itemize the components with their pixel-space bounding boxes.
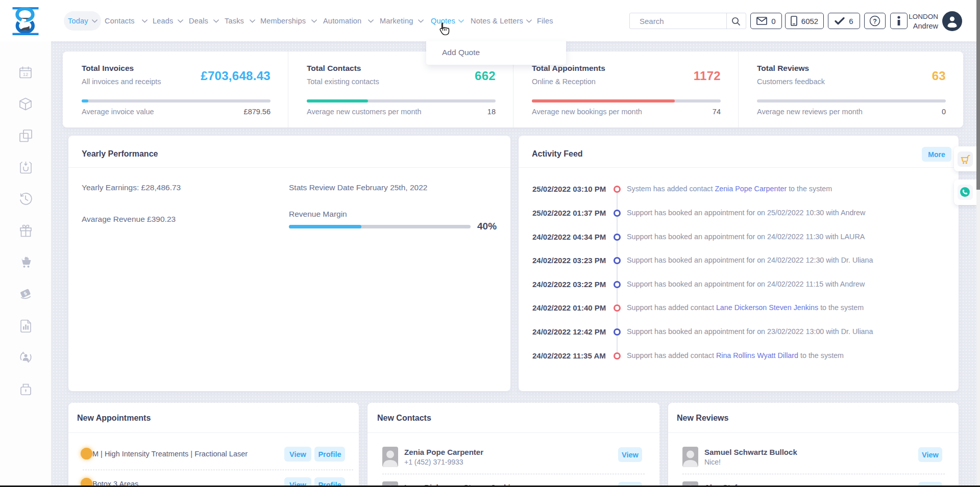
svg-text:12: 12 [23, 71, 29, 77]
